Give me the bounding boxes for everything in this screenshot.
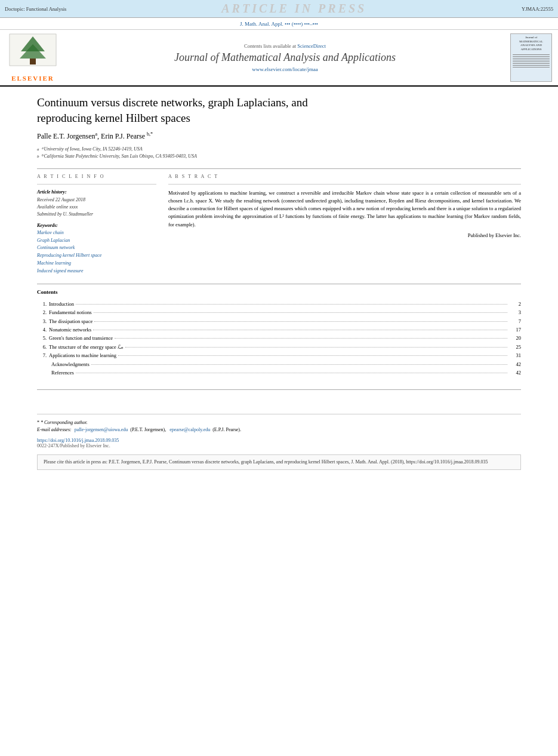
doi-line[interactable]: https://doi.org/10.1016/j.jmaa.2018.09.0… <box>37 438 521 443</box>
abstract-col: A B S T R A C T Motivated by application… <box>168 174 521 275</box>
published-by: Published by Elsevier Inc. <box>168 232 521 238</box>
article-info-col: A R T I C L E I N F O Article history: R… <box>37 174 156 275</box>
affil-b: b ᵇ California State Polytechnic Univers… <box>37 153 521 160</box>
email-line: E-mail addresses: palle-jorgensen@uiowa.… <box>37 426 521 434</box>
toc-page-2: 3 <box>509 308 521 316</box>
main-content: Continuum versus discrete networks, grap… <box>0 87 558 476</box>
divider-info <box>37 184 156 185</box>
toc-page-3: 7 <box>509 317 521 325</box>
toc-dots-7 <box>118 355 507 356</box>
header-center: Contents lists available at ScienceDirec… <box>66 33 504 82</box>
thumb-lines <box>513 53 550 69</box>
toc-page-9: 42 <box>509 368 521 377</box>
received-line: Received 22 August 2018 <box>37 196 156 204</box>
article-info-heading: A R T I C L E I N F O <box>37 174 156 179</box>
toc-dots-4 <box>93 330 507 330</box>
affil-a-text: ᵃ University of Iowa, Iowa City, IA 5224… <box>41 146 143 152</box>
divider-1 <box>37 168 521 169</box>
citation-box: Please cite this article in press as: P.… <box>37 454 521 470</box>
authors: Palle E.T. Jorgensena, Erin P.J. Pearse … <box>37 131 521 141</box>
abstract-text: Motivated by applications to machine lea… <box>168 189 521 229</box>
toc-label-5: Green's function and transience <box>49 334 113 342</box>
toc-label-7: Applications to machine learning <box>49 351 116 359</box>
corresponding-author-note: * * Corresponding author. <box>37 419 521 427</box>
keywords-label: Keywords: <box>37 223 156 228</box>
toc-item-6: 6. The structure of the energy space ℒₑ … <box>37 343 521 351</box>
toc-label-1: Introduction <box>49 300 74 308</box>
journal-url[interactable]: www.elsevier.com/locate/jmaa <box>252 66 317 72</box>
available-line: Available online xxxx <box>37 204 156 211</box>
toc-item-5: 5. Green's function and transience 20 <box>37 334 521 342</box>
paper-title: Continuum versus discrete networks, grap… <box>37 95 521 125</box>
toc-page-8: 42 <box>509 360 521 368</box>
toc-page-1: 2 <box>509 300 521 308</box>
toc-num-7: 7. <box>37 351 47 359</box>
toc-num-4: 4. <box>37 325 47 334</box>
article-info-abstract: A R T I C L E I N F O Article history: R… <box>37 174 521 275</box>
toc-page-6: 25 <box>509 343 521 351</box>
contents-title: Contents <box>37 289 521 295</box>
journal-title: Journal of Mathematical Analysis and App… <box>174 51 396 64</box>
toc-item-2: 2. Fundamental notions 3 <box>37 308 521 316</box>
thumb-title: Journal ofMATHEMATICALANALYSIS ANDAPPLIC… <box>519 36 542 51</box>
affil-a: a ᵃ University of Iowa, Iowa City, IA 52… <box>37 146 521 153</box>
sciencedirect-link[interactable]: ScienceDirect <box>297 43 326 49</box>
top-banner: Doctopic: Functional Analysis ARTICLE IN… <box>0 0 558 18</box>
journal-thumbnail: Journal ofMATHEMATICALANALYSIS ANDAPPLIC… <box>510 33 552 82</box>
toc-num-6: 6. <box>37 343 47 351</box>
article-in-press-label: ARTICLE IN PRESS <box>221 2 366 16</box>
toc-num-3: 3. <box>37 317 47 325</box>
toc-page-4: 17 <box>509 325 521 334</box>
keyword-1: Markov chain <box>37 229 156 237</box>
affiliations: a ᵃ University of Iowa, Iowa City, IA 52… <box>37 146 521 160</box>
abstract-heading: A B S T R A C T <box>168 174 521 179</box>
toc-page-5: 20 <box>509 334 521 342</box>
svg-rect-3 <box>30 59 36 64</box>
elsevier-text: ELSEVIER <box>11 75 54 82</box>
toc-num-1: 1. <box>37 300 47 308</box>
sciencedirect-line: Contents lists available at ScienceDirec… <box>244 43 326 49</box>
journal-ref-text: J. Math. Anal. Appl. ••• (••••) •••–••• <box>240 21 318 27</box>
toc-item-3: 3. The dissipation space 7 <box>37 317 521 325</box>
toc-label-8: Acknowledgments <box>51 360 90 368</box>
toc-num-5: 5. <box>37 334 47 342</box>
submitted-line: Submitted by U. Stadtmueller <box>37 211 156 218</box>
toc-page-7: 31 <box>509 351 521 359</box>
email2-author: (E.P.J. Pearse). <box>212 427 241 432</box>
toc-label-2: Fundamental notions <box>49 308 92 316</box>
toc-label-4: Nonatomic networks <box>49 325 91 334</box>
issn-line: 0022-247X/Published by Elsevier Inc. <box>37 443 521 448</box>
email1-author: (P.E.T. Jorgensen), <box>130 427 166 432</box>
citation-text: Please cite this article in press as: P.… <box>44 459 488 465</box>
toc-dots-8 <box>91 364 507 365</box>
divider-abstract <box>168 184 521 185</box>
yjmaa-label: YJMAA:22555 <box>522 6 553 12</box>
email-label: E-mail addresses: <box>37 427 72 432</box>
toc-item-1: 1. Introduction 2 <box>37 300 521 308</box>
toc-dots-1 <box>76 304 507 305</box>
toc-item-8: Acknowledgments 42 <box>37 360 521 368</box>
history-label: Article history: <box>37 189 156 195</box>
email1-link[interactable]: palle-jorgensen@uiowa.edu <box>75 427 128 432</box>
footer-area: * * Corresponding author. E-mail address… <box>37 414 521 471</box>
toc-num-2: 2. <box>37 308 47 316</box>
keyword-3: Continuum network <box>37 244 156 252</box>
toc-dots-6 <box>125 347 507 348</box>
header-area: ELSEVIER Contents lists available at Sci… <box>0 30 558 87</box>
toc-item-7: 7. Applications to machine learning 31 <box>37 351 521 359</box>
divider-2 <box>37 284 521 284</box>
keyword-6: Induced signed measure <box>37 268 156 275</box>
toc-dots-2 <box>94 312 507 313</box>
toc-dots-3 <box>94 321 507 322</box>
affil-b-text: ᵇ California State Polytechnic Universit… <box>41 153 197 159</box>
toc-item-9: References 42 <box>37 368 521 377</box>
toc-label-3: The dissipation space <box>49 317 93 325</box>
email2-link[interactable]: epearse@calpoly.edu <box>169 427 210 432</box>
journal-ref-line: J. Math. Anal. Appl. ••• (••••) •••–••• <box>0 18 558 30</box>
contents-section: Contents 1. Introduction 2 2. Fundamenta… <box>37 289 521 377</box>
doctopic-label: Doctopic: Functional Analysis <box>5 6 66 12</box>
divider-3 <box>37 389 521 390</box>
toc-label-9: References <box>51 368 74 377</box>
contents-available-label: Contents lists available at <box>244 43 296 49</box>
corresponding-label: * Corresponding author. <box>41 420 88 425</box>
